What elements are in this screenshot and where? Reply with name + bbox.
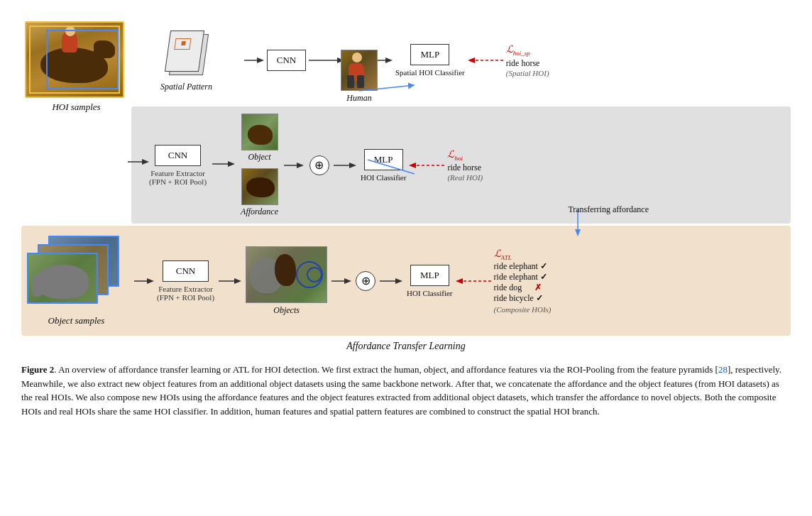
diagram-area: Spatial Pattern CNN ⊕ MLP Spatial HOI Cl… (21, 14, 791, 354)
svg-marker-25 (344, 278, 351, 284)
svg-marker-5 (385, 57, 393, 63)
svg-marker-19 (575, 229, 581, 236)
object-thumb (241, 114, 278, 150)
plus-circle-middle: ⊕ (309, 155, 329, 175)
composite-result-2: ride elephant ✓ (494, 272, 547, 282)
hoi-type: (Real HOI) (447, 173, 483, 182)
cnn-box-middle: CNN (155, 145, 201, 166)
composite-result-4: ride bicycle ✓ (494, 293, 543, 304)
plus-circle-bottom: ⊕ (356, 271, 375, 291)
affordance-label: Affordance (241, 207, 278, 217)
hoi-classifier-label-mid: HOI Classifier (361, 173, 406, 182)
object-label: Object (248, 152, 271, 163)
loss-hoi-label: ℒhoi (447, 148, 463, 162)
loss-sp-label: ℒhoi_sp (506, 43, 530, 57)
loss-atl-section: ℒATL ride elephant ✓ ride elephant ✓ rid… (494, 248, 552, 314)
svg-marker-29 (456, 278, 463, 284)
object-samples-label: Object samples (48, 315, 105, 326)
svg-marker-11 (228, 161, 235, 167)
figure-caption: Figure 2. An overview of affordance tran… (21, 363, 791, 418)
row-middle: CNN Feature Extractor(FPN + ROI Pool) Ob… (131, 106, 791, 224)
arrow-plus-to-mlp-mid (334, 160, 356, 171)
dashed-arrow-loss-hoi (409, 160, 444, 171)
svg-marker-27 (395, 278, 402, 284)
figure-container: Spatial Pattern CNN ⊕ MLP Spatial HOI Cl… (21, 14, 791, 418)
human-label: Human (346, 93, 371, 104)
arrow-cnn-mid-to-thumbs (212, 158, 235, 170)
hoi-result: ride horse (447, 163, 481, 173)
arrow-cnn-bot-to-obj (219, 275, 241, 287)
svg-marker-17 (409, 163, 416, 168)
composite-result-1: ride elephant ✓ (494, 261, 547, 272)
arrow-obj-to-plus-bot (331, 275, 351, 287)
object-samples-area: Object samples (21, 236, 131, 326)
svg-marker-9 (142, 159, 149, 165)
affordance-thumb (241, 168, 278, 205)
feature-extractor-bottom-label: Feature Extractor(FPN + ROI Pool) (157, 285, 214, 302)
composite-type: (Composite HOIs) (494, 305, 552, 314)
loss-sp-section: ℒhoi_sp ride horse (Spatial HOI) (506, 43, 549, 77)
svg-marker-21 (147, 278, 154, 284)
dashed-arrow-loss-sp (468, 55, 503, 66)
mlp-box-bottom: MLP (410, 265, 449, 286)
caption-bold-label: Figure 2 (21, 364, 54, 375)
svg-marker-23 (234, 278, 241, 284)
mlp-box-middle: MLP (364, 149, 403, 170)
cnn-box-top: CNN (267, 50, 306, 71)
spatial-hoi-result: ride horse (506, 58, 540, 69)
svg-marker-13 (297, 163, 304, 168)
spatial-hoi-type: (Spatial HOI) (506, 69, 549, 77)
svg-marker-1 (257, 57, 264, 63)
dashed-arrow-loss-atl (456, 275, 491, 287)
atl-label: Affordance Transfer Learning (21, 339, 791, 354)
arrow-obj-samples-to-cnn (134, 275, 154, 287)
mlp-box-top: MLP (410, 44, 449, 65)
caption-text: An overview of affordance transfer learn… (21, 364, 781, 417)
human-thumb-area: Human (341, 50, 378, 104)
row-top: Spatial Pattern CNN ⊕ MLP Spatial HOI Cl… (21, 14, 791, 106)
objects-label: Objects (273, 305, 300, 316)
arrow-sp-to-cnn (244, 55, 264, 66)
feature-extractor-label: Feature Extractor(FPN + ROI Pool) (149, 169, 207, 186)
hoi-samples-image: HOI samples (25, 21, 128, 113)
row-bottom: Object samples CNN Feature Extractor(FPN… (21, 226, 791, 336)
spatial-pattern-icon (162, 28, 212, 79)
spatial-hoi-classifier-label: Spatial HOI Classifier (395, 68, 465, 77)
loss-hoi-section: ℒhoi ride horse (Real HOI) (447, 148, 483, 182)
arrow-cnn-to-plus-top (309, 55, 344, 66)
arrow-hoi-to-cnn (128, 156, 149, 170)
svg-marker-7 (468, 57, 475, 63)
arrow-thumbs-to-plus-mid (284, 160, 304, 171)
hoi-samples-label: HOI samples (25, 101, 128, 113)
composite-result-3: ride dog ✗ (494, 282, 542, 293)
svg-marker-15 (349, 163, 356, 168)
cnn-box-bottom: CNN (163, 260, 209, 282)
arrow-plus-to-mlp-bot (380, 275, 402, 287)
spatial-pattern-label: Spatial Pattern (160, 82, 212, 92)
transferring-label: Transferring affordance (568, 204, 649, 215)
loss-atl-label: ℒATL (494, 248, 512, 261)
objects-thumb (246, 246, 327, 303)
hoi-classifier-label-bot: HOI Classifier (407, 289, 452, 297)
